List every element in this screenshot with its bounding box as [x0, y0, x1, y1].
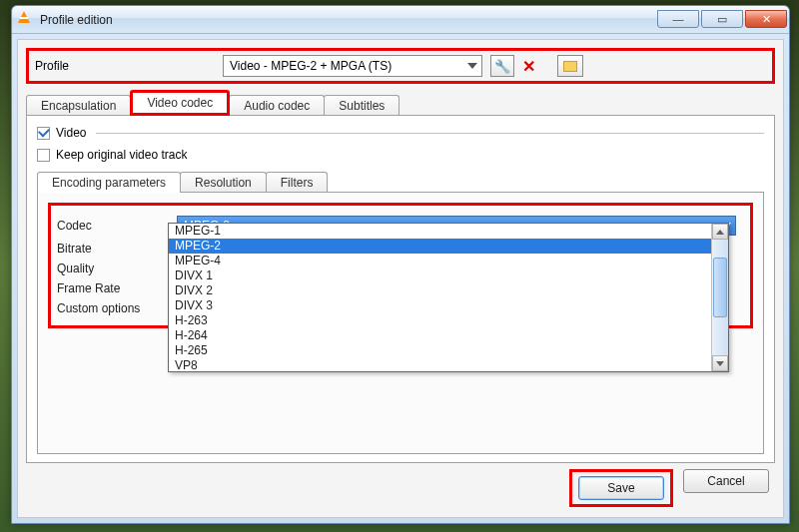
frame-rate-label: Frame Rate — [57, 281, 167, 295]
tab-audio-codec[interactable]: Audio codec — [229, 95, 325, 116]
scroll-thumb[interactable] — [713, 258, 727, 317]
minimize-button[interactable]: — — [657, 10, 699, 28]
profile-select[interactable]: Video - MPEG-2 + MPGA (TS) — [223, 55, 482, 77]
delete-profile-button[interactable]: ✕ — [522, 57, 535, 76]
main-tabs: Encapsulation Video codec Audio codec Su… — [26, 92, 775, 116]
window-controls: — ▭ ✕ — [655, 11, 787, 28]
tab-encoding-parameters[interactable]: Encoding parameters — [37, 172, 181, 193]
codec-option[interactable]: DIVX 3 — [169, 298, 711, 313]
sub-tabs: Encoding parameters Resolution Filters — [37, 172, 764, 193]
save-button[interactable]: Save — [578, 476, 664, 500]
profile-row-highlight: Profile Video - MPEG-2 + MPGA (TS) 🔧 ✕ — [26, 48, 775, 84]
new-profile-icon — [563, 61, 577, 72]
scrollbar[interactable] — [711, 224, 728, 371]
codec-label: Codec — [57, 219, 167, 233]
codec-option[interactable]: VP8 — [169, 358, 711, 371]
quality-label: Quality — [57, 262, 167, 275]
tab-encapsulation[interactable]: Encapsulation — [26, 95, 131, 116]
fieldset-divider — [96, 133, 764, 134]
scroll-track[interactable] — [712, 240, 728, 355]
window-title: Profile edition — [40, 13, 655, 27]
client-area: Profile Video - MPEG-2 + MPGA (TS) 🔧 ✕ E… — [17, 39, 784, 518]
dialog-footer: Save Cancel — [26, 463, 775, 509]
profile-edition-window: Profile edition — ▭ ✕ Profile Video - MP… — [11, 5, 790, 524]
tab-video-codec[interactable]: Video codec — [130, 90, 230, 116]
custom-options-label: Custom options — [57, 301, 167, 315]
profile-label: Profile — [35, 59, 215, 73]
codec-option[interactable]: DIVX 2 — [169, 283, 711, 298]
tab-filters[interactable]: Filters — [266, 172, 329, 193]
chevron-down-icon — [467, 63, 477, 69]
maximize-button[interactable]: ▭ — [701, 10, 743, 28]
video-checkbox-row: Video — [37, 126, 764, 140]
triangle-up-icon — [716, 230, 724, 235]
wrench-icon: 🔧 — [494, 59, 510, 74]
triangle-down-icon — [716, 361, 724, 366]
codec-dropdown[interactable]: MPEG-1MPEG-2MPEG-4DIVX 1DIVX 2DIVX 3H-26… — [168, 223, 729, 372]
cancel-button[interactable]: Cancel — [683, 469, 769, 493]
codec-option[interactable]: MPEG-4 — [169, 254, 711, 268]
profile-selected-value: Video - MPEG-2 + MPGA (TS) — [230, 59, 392, 73]
keep-original-checkbox[interactable] — [37, 149, 50, 162]
keep-original-label: Keep original video track — [56, 148, 187, 162]
codec-option[interactable]: H-264 — [169, 328, 711, 343]
edit-profile-button[interactable]: 🔧 — [490, 55, 514, 77]
scroll-down-button[interactable] — [712, 355, 728, 371]
codec-option[interactable]: MPEG-1 — [169, 224, 711, 239]
encoding-parameters-panel: Codec MPEG-2 Bitrate Quality Frame Rate … — [37, 192, 764, 454]
save-highlight: Save — [569, 469, 673, 507]
codec-option[interactable]: DIVX 1 — [169, 268, 711, 283]
codec-form-highlight: Codec MPEG-2 Bitrate Quality Frame Rate … — [48, 203, 753, 328]
video-checkbox[interactable] — [37, 127, 50, 140]
video-checkbox-label: Video — [56, 126, 86, 140]
titlebar[interactable]: Profile edition — ▭ ✕ — [12, 6, 789, 34]
app-icon — [18, 12, 34, 28]
tab-subtitles[interactable]: Subtitles — [324, 95, 400, 116]
video-codec-panel: Video Keep original video track Encoding… — [26, 115, 775, 463]
codec-option[interactable]: H-263 — [169, 313, 711, 328]
bitrate-label: Bitrate — [57, 242, 167, 256]
scroll-up-button[interactable] — [712, 224, 728, 240]
codec-dropdown-list: MPEG-1MPEG-2MPEG-4DIVX 1DIVX 2DIVX 3H-26… — [169, 224, 711, 371]
close-button[interactable]: ✕ — [745, 10, 787, 28]
keep-original-row: Keep original video track — [37, 148, 764, 162]
new-profile-button[interactable] — [557, 55, 583, 77]
codec-option[interactable]: H-265 — [169, 343, 711, 358]
codec-option[interactable]: MPEG-2 — [169, 239, 711, 254]
tab-resolution[interactable]: Resolution — [180, 172, 267, 193]
